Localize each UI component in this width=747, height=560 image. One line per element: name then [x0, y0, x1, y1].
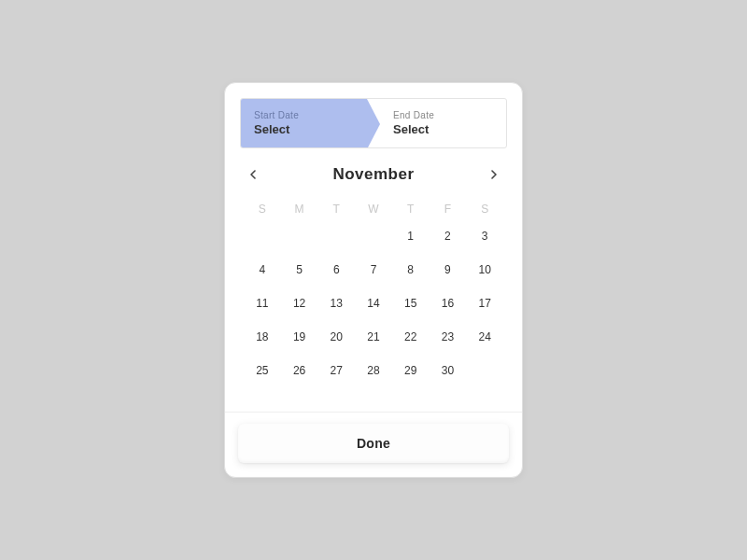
weekday-header: S: [244, 199, 281, 219]
days-grid: 1234567891011121314151617181920212223242…: [240, 219, 507, 397]
day-cell[interactable]: 19: [281, 320, 318, 354]
chevron-left-icon: [249, 170, 257, 179]
footer: Done: [225, 412, 522, 476]
weekday-header: F: [430, 199, 467, 219]
end-date-value: Select: [393, 122, 493, 136]
day-cell-empty: [355, 219, 392, 253]
day-cell[interactable]: 14: [355, 287, 392, 320]
day-cell[interactable]: 4: [244, 253, 281, 287]
calendar-body: Start Date Select End Date Select Novemb…: [225, 83, 522, 412]
weekday-header: T: [392, 199, 430, 219]
day-cell[interactable]: 25: [244, 354, 281, 387]
next-month-button[interactable]: [486, 167, 501, 182]
day-cell[interactable]: 6: [317, 253, 355, 287]
day-cell[interactable]: 2: [430, 219, 467, 253]
day-cell[interactable]: 9: [430, 253, 467, 287]
end-date-label: End Date: [393, 110, 493, 120]
day-cell[interactable]: 20: [317, 320, 355, 354]
day-cell-empty: [317, 219, 355, 253]
weekday-header: W: [355, 199, 392, 219]
end-date-input[interactable]: End Date Select: [367, 99, 506, 147]
day-cell[interactable]: 10: [466, 253, 503, 287]
weekday-header: S: [466, 199, 503, 219]
day-cell[interactable]: 27: [317, 354, 355, 387]
day-cell[interactable]: 5: [281, 253, 318, 287]
weekday-header-row: SMTWTFS: [240, 199, 507, 219]
day-cell[interactable]: 18: [244, 320, 281, 354]
day-cell[interactable]: 8: [392, 253, 430, 287]
month-name: November: [332, 165, 414, 184]
day-cell[interactable]: 22: [392, 320, 430, 354]
day-cell[interactable]: 12: [281, 287, 318, 320]
day-cell[interactable]: 29: [392, 354, 430, 387]
chevron-right-icon: [490, 170, 498, 179]
day-cell[interactable]: 1: [392, 219, 430, 253]
day-cell[interactable]: 28: [355, 354, 392, 387]
date-range-picker: Start Date Select End Date Select Novemb…: [224, 82, 523, 478]
day-cell[interactable]: 21: [355, 320, 392, 354]
day-cell[interactable]: 3: [466, 219, 503, 253]
day-cell[interactable]: 7: [355, 253, 392, 287]
weekday-header: T: [317, 199, 355, 219]
day-cell[interactable]: 13: [317, 287, 355, 320]
day-cell[interactable]: 11: [244, 287, 281, 320]
weekday-header: M: [281, 199, 318, 219]
start-date-label: Start Date: [254, 110, 354, 120]
range-inputs: Start Date Select End Date Select: [240, 98, 507, 148]
day-cell[interactable]: 15: [392, 287, 430, 320]
start-date-value: Select: [254, 122, 354, 136]
day-cell[interactable]: 26: [281, 354, 318, 387]
day-cell[interactable]: 24: [466, 320, 503, 354]
day-cell[interactable]: 17: [466, 287, 503, 320]
prev-month-button[interactable]: [246, 167, 261, 182]
month-switcher: November: [240, 165, 507, 184]
day-cell[interactable]: 23: [430, 320, 467, 354]
day-cell[interactable]: 16: [430, 287, 467, 320]
done-button[interactable]: Done: [238, 424, 509, 463]
day-cell[interactable]: 30: [430, 354, 467, 387]
start-date-input[interactable]: Start Date Select: [241, 99, 367, 147]
day-cell-empty: [244, 219, 281, 253]
day-cell-empty: [281, 219, 318, 253]
